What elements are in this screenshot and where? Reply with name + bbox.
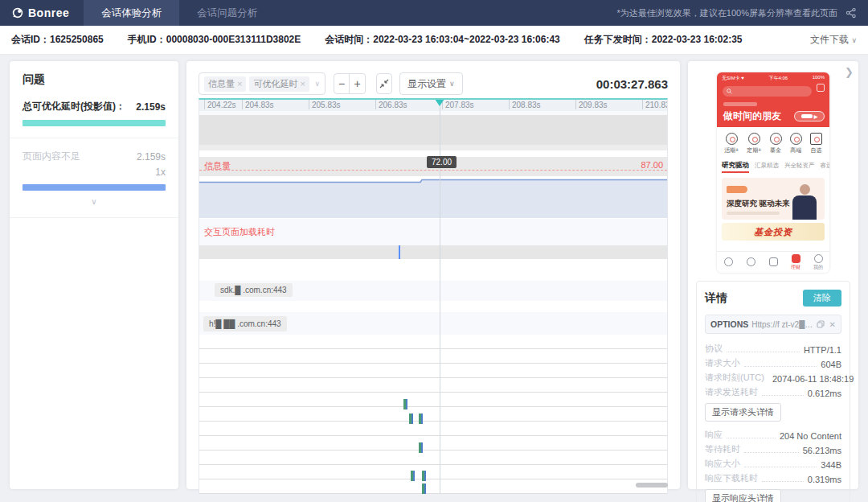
detail-sidebar: ❯ 无SIM卡 ♥ 下午4:06 100% (688, 61, 858, 489)
collapse-panel-chevron[interactable]: ❯ (845, 66, 854, 78)
problems-title: 问题 (23, 72, 166, 87)
show-request-headers-button[interactable]: 显示请求头详情 (705, 403, 781, 422)
session-time-field: 会话时间：2022-03-23 16:03:04~2022-03-23 16:0… (325, 33, 560, 47)
expand-issue-chevron[interactable]: ∨ (23, 197, 166, 206)
phone-category-tabs: 研究驱动 汇泉精选 兴全轻资产 睿远成长 (717, 158, 829, 175)
waterfall-row (199, 335, 667, 349)
display-settings-button[interactable]: 显示设置∨ (399, 72, 463, 95)
bonree-logo-icon (11, 6, 24, 19)
details-title: 详情 (705, 291, 727, 306)
lock-icon (748, 133, 760, 145)
kv-row: 请求时刻(UTC)2074-06-11 18:48:19 (705, 369, 841, 384)
divider (10, 138, 178, 138)
request-duration-bar[interactable] (419, 442, 423, 453)
series-threshold-value: 87.00 (641, 160, 663, 170)
remove-tag-icon[interactable]: × (300, 79, 305, 88)
chevron-down-icon: ∨ (314, 80, 320, 88)
finance-icon (792, 254, 800, 263)
request-duration-bar[interactable] (403, 399, 407, 409)
ruler-tick: 204.22s (204, 100, 205, 109)
page-band (199, 245, 667, 259)
info-metric-linechart (199, 176, 668, 218)
minimap-band[interactable] (199, 115, 667, 145)
waterfall-row (199, 422, 667, 436)
scan-icon (817, 84, 825, 92)
promo-person-photo (791, 184, 818, 220)
tab-session-problems[interactable]: 会话问题分析 (179, 0, 275, 26)
remove-tag-icon[interactable]: × (237, 79, 242, 88)
request-duration-bar[interactable] (422, 483, 426, 494)
zoom-in-button[interactable]: + (350, 74, 365, 93)
grid-icon (769, 257, 778, 266)
fit-view-button[interactable] (376, 73, 392, 94)
phone-hero-text: 做时间的朋友 (723, 109, 781, 123)
current-time-display: 00:03:27.863 (596, 77, 668, 91)
chevron-down-icon: ∨ (449, 80, 455, 88)
device-screenshot[interactable]: 无SIM卡 ♥ 下午4:06 100% 做时间的朋友 ▶ (717, 72, 829, 273)
page-event-marker (399, 245, 400, 259)
waterfall-row (199, 364, 667, 378)
timeline-panel: 信息量× 可优化延时× ∨ − + 显示设置∨ 00:03:2 (186, 61, 680, 489)
request-duration-bar[interactable] (411, 471, 415, 481)
top-navbar: Bonree 会话体验分析 会话问题分析 *为达最佳浏览效果，建议在100%屏幕… (0, 0, 868, 26)
waterfall-row (199, 451, 667, 465)
phone-banner: 基金投资 (722, 223, 825, 241)
domain-label-sdk[interactable]: sdk.█ .com.cn:443 (215, 283, 293, 297)
bookmark-icon (810, 133, 822, 145)
band (199, 145, 667, 150)
request-method: OPTIONS (710, 319, 748, 329)
request-duration-bar[interactable] (409, 414, 413, 424)
kv-row: 等待耗时56.213ms (705, 441, 841, 455)
total-delay-value: 2.159s (136, 101, 166, 113)
selected-request-row[interactable]: OPTIONS Https://f zt-v2█ ,co... ✕ (705, 315, 841, 334)
issue-label: 页面内容不足 (23, 150, 80, 163)
search-icon (727, 88, 732, 94)
show-response-headers-button[interactable]: 显示响应头详情 (705, 489, 781, 502)
ruler-tick: 206.83s (375, 100, 376, 109)
playhead-handle[interactable] (435, 99, 444, 106)
waterfall-chart[interactable]: 204.22s204.83s205.83s206.83s207.83s208.8… (199, 98, 668, 494)
ruler-tick: 204.83s (242, 100, 243, 109)
metric-tag-xinxiliang[interactable]: 信息量× (204, 76, 246, 92)
waterfall-row (199, 479, 667, 494)
kv-row: 协议HTTP/1.1 (705, 340, 841, 355)
zoom-out-button[interactable]: − (334, 74, 350, 93)
home-icon (724, 257, 733, 266)
request-duration-bar[interactable] (422, 471, 426, 481)
phone-quick-entries: 活期+ 定期+ 基金 高端 自选 (717, 127, 829, 158)
ruler-tick: 205.83s (309, 100, 309, 109)
metric-tag-keyouhua[interactable]: 可优化延时× (249, 76, 309, 92)
issue-count: 1x (23, 167, 166, 178)
total-delay-bar (23, 120, 166, 126)
time-ruler[interactable]: 204.22s204.83s205.83s206.83s207.83s208.8… (199, 100, 667, 111)
share-icon[interactable] (845, 7, 857, 19)
user-icon (814, 254, 823, 263)
metric-multiselect[interactable]: 信息量× 可优化延时× ∨ (199, 72, 326, 95)
waterfall-row (199, 393, 667, 407)
waterfall-row (199, 465, 667, 479)
series-label: 信息量 (204, 160, 231, 172)
chevron-down-icon: ∨ (851, 36, 857, 44)
file-download-dropdown[interactable]: 文件下载 ∨ (810, 33, 857, 47)
copy-icon[interactable] (817, 320, 825, 328)
horizontal-scrollbar-thumb[interactable] (636, 483, 668, 488)
resolution-note: *为达最佳浏览效果，建议在100%屏幕分辨率查看此页面 (617, 7, 837, 19)
clear-button[interactable]: 清除 (803, 290, 841, 307)
waterfall-row (199, 349, 667, 364)
divider (10, 217, 178, 218)
brand-name: Bonree (28, 6, 69, 19)
session-id-field: 会话ID：1625250865 (11, 33, 104, 47)
phone-app-header: 无SIM卡 ♥ 下午4:06 100% 做时间的朋友 ▶ (717, 72, 829, 127)
request-details-card: 详情 清除 OPTIONS Https://f zt-v2█ ,co... ✕ … (696, 281, 850, 502)
domain-label-h[interactable]: h!█ ██ .com.cn:443 (203, 316, 287, 331)
close-icon[interactable]: ✕ (829, 320, 836, 329)
interact-load-label: 交互页面加载耗时 (204, 226, 275, 238)
tab-session-experience[interactable]: 会话体验分析 (84, 0, 179, 26)
issue-bar[interactable] (23, 184, 166, 191)
issue-value: 2.159s (137, 151, 166, 163)
brand-logo: Bonree (0, 0, 84, 26)
kv-row: 响应204 No Content (705, 426, 841, 441)
ruler-tick: 210.83s (642, 100, 643, 109)
request-duration-bar[interactable] (419, 414, 423, 424)
promo-tag (727, 186, 747, 193)
